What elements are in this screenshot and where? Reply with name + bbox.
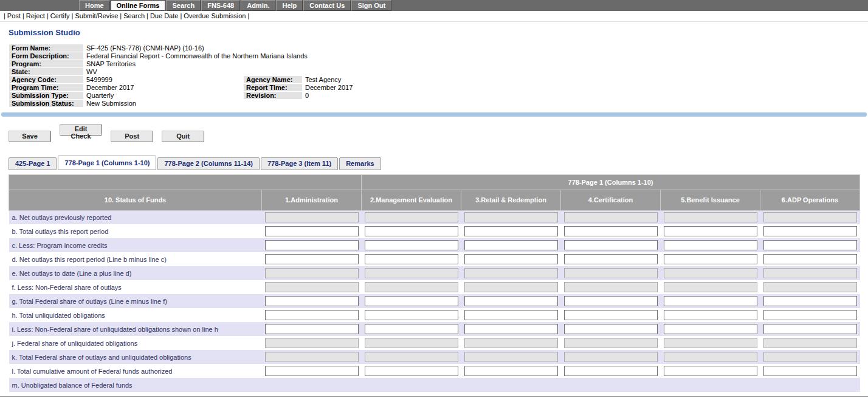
- cell-f-2: [362, 280, 461, 294]
- input-h-col1[interactable]: [265, 310, 359, 320]
- funds-row-j: j. Federal share of unliquidated obligat…: [9, 336, 860, 350]
- tab-425-page-1[interactable]: 425-Page 1: [9, 157, 57, 170]
- nav-item-search[interactable]: Search: [166, 0, 201, 11]
- details-label-program-time: Program Time:: [9, 84, 84, 92]
- input-b-col3[interactable]: [464, 226, 558, 236]
- input-l-col1[interactable]: [265, 366, 359, 376]
- input-c-col1[interactable]: [265, 240, 359, 250]
- input-h-col4[interactable]: [564, 310, 658, 320]
- cell-c-6: [760, 238, 860, 252]
- row-label-m: m. Unobligated balance of Federal funds: [9, 378, 262, 392]
- input-c-col3[interactable]: [464, 240, 558, 250]
- input-h-col6[interactable]: [763, 310, 857, 320]
- input-d-col2[interactable]: [365, 254, 458, 264]
- menu-separator: |: [247, 12, 249, 19]
- grid-band-spacer: [9, 174, 362, 190]
- input-f-col6: [763, 282, 857, 292]
- input-l-col6[interactable]: [763, 366, 857, 376]
- nav-item-sign-out[interactable]: Sign Out: [351, 0, 391, 11]
- tab-778-page-2-columns-11-14[interactable]: 778-Page 2 (Columns 11-14): [157, 157, 260, 170]
- tab-remarks[interactable]: Remarks: [339, 157, 381, 170]
- input-d-col3[interactable]: [464, 254, 558, 264]
- nav-item-online-forms[interactable]: Online Forms: [111, 0, 166, 11]
- input-b-col1[interactable]: [265, 226, 359, 236]
- input-g-col1[interactable]: [265, 296, 359, 306]
- input-i-col5[interactable]: [664, 324, 757, 334]
- cell-c-4: [561, 238, 661, 252]
- cell-i-1: [262, 322, 362, 336]
- nav-item-admin[interactable]: Admin.: [241, 0, 275, 11]
- action-menu-item-overdue-submission[interactable]: Overdue Submission: [184, 12, 246, 19]
- input-d-col5[interactable]: [664, 254, 757, 264]
- nav-item-home[interactable]: Home: [79, 0, 110, 11]
- details-value-report-time: December 2017: [303, 84, 509, 92]
- input-g-col4[interactable]: [564, 296, 658, 306]
- action-menu-item-certify[interactable]: Certify: [50, 12, 70, 19]
- details-value-form-description: Federal Financial Report - Commonwealth …: [84, 52, 509, 60]
- action-menu-item-search[interactable]: Search: [123, 12, 145, 19]
- cell-a-4: [561, 210, 661, 224]
- input-i-col1[interactable]: [265, 324, 359, 334]
- details-label-form-description: Form Description:: [9, 52, 84, 60]
- top-nav-bar: HomeOnline FormsSearchFNS-648Admin.HelpC…: [0, 0, 868, 11]
- input-b-col5[interactable]: [664, 226, 757, 236]
- action-menu-item-reject[interactable]: Reject: [26, 12, 45, 19]
- tab-778-page-3-item-11[interactable]: 778-Page 3 (Item 11): [261, 157, 338, 170]
- cell-g-2: [362, 294, 461, 308]
- edit-check-button[interactable]: Edit Check: [60, 124, 102, 136]
- nav-item-contact-us[interactable]: Contact Us: [303, 0, 351, 11]
- input-b-col4[interactable]: [564, 226, 658, 236]
- post-button[interactable]: Post: [111, 131, 153, 142]
- cell-j-6: [760, 336, 860, 350]
- cell-h-4: [561, 308, 661, 322]
- input-l-col4[interactable]: [564, 366, 658, 376]
- top-nav-items: HomeOnline FormsSearchFNS-648Admin.HelpC…: [79, 0, 392, 11]
- input-c-col4[interactable]: [564, 240, 658, 250]
- input-l-col3[interactable]: [464, 366, 558, 376]
- input-g-col5[interactable]: [664, 296, 757, 306]
- input-h-col3[interactable]: [464, 310, 558, 320]
- input-g-col2[interactable]: [365, 296, 458, 306]
- input-d-col4[interactable]: [564, 254, 658, 264]
- input-k-col6: [763, 352, 857, 362]
- input-l-col5[interactable]: [664, 366, 757, 376]
- input-b-col6[interactable]: [763, 226, 857, 236]
- input-l-col2[interactable]: [365, 366, 458, 376]
- cell-c-3: [461, 238, 561, 252]
- input-d-col1[interactable]: [265, 254, 359, 264]
- row-label-f: f. Less: Non-Federal share of outlays: [9, 280, 262, 294]
- action-menu-item-due-date[interactable]: Due Date: [150, 12, 178, 19]
- input-i-col6[interactable]: [763, 324, 857, 334]
- row-label-h: h. Total unliquidated obligations: [9, 308, 262, 322]
- input-g-col3[interactable]: [464, 296, 558, 306]
- input-d-col6[interactable]: [763, 254, 857, 264]
- input-i-col4[interactable]: [564, 324, 658, 334]
- action-menu-item-submit-revise[interactable]: Submit/Revise: [75, 12, 118, 19]
- input-g-col6[interactable]: [763, 296, 857, 306]
- nav-item-help[interactable]: Help: [276, 0, 303, 11]
- details-label-agency-name: Agency Name:: [244, 76, 303, 84]
- input-h-col2[interactable]: [365, 310, 458, 320]
- funds-row-b: b. Total outlays this report period: [9, 224, 860, 238]
- row-label-b: b. Total outlays this report period: [9, 224, 262, 238]
- details-label-program: Program:: [9, 60, 84, 68]
- save-button[interactable]: Save: [9, 131, 51, 142]
- input-i-col2[interactable]: [365, 324, 458, 334]
- action-menu-item-post[interactable]: Post: [7, 12, 21, 19]
- column-header-10-status-of-funds: 10. Status of Funds: [9, 190, 262, 210]
- input-c-col5[interactable]: [664, 240, 757, 250]
- cell-c-1: [262, 238, 362, 252]
- cell-d-6: [760, 252, 860, 266]
- nav-item-fns-648[interactable]: FNS-648: [201, 0, 240, 11]
- funds-row-d: d. Net outlays this report period (Line …: [9, 252, 860, 266]
- row-label-i: i. Less: Non-Federal share of unliquidat…: [9, 322, 262, 336]
- quit-button[interactable]: Quit: [162, 131, 204, 142]
- details-label-agency-code: Agency Code:: [9, 76, 84, 84]
- input-b-col2[interactable]: [365, 226, 458, 236]
- details-row-state: State:WV: [9, 68, 509, 76]
- input-i-col3[interactable]: [464, 324, 558, 334]
- input-h-col5[interactable]: [664, 310, 757, 320]
- input-c-col2[interactable]: [365, 240, 458, 250]
- input-c-col6[interactable]: [763, 240, 857, 250]
- tab-778-page-1-columns-1-10[interactable]: 778-Page 1 (Columns 1-10): [58, 156, 156, 170]
